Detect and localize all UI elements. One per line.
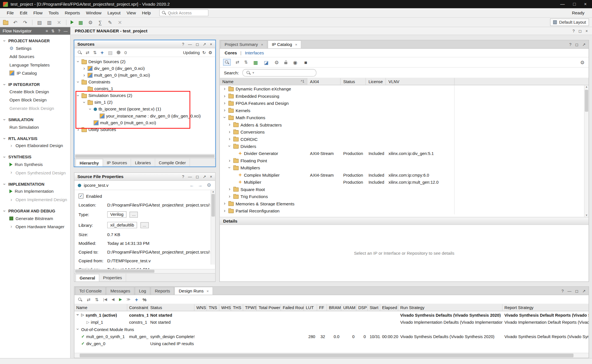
column-name[interactable]: Name <box>74 304 127 311</box>
ip-row[interactable]: Memories & Storage Elements <box>220 200 588 207</box>
sources-panel-header[interactable]: Sources ? — ◻ ↗ × <box>74 40 215 48</box>
forward-icon[interactable]: → <box>198 183 202 188</box>
tree-node-mult-gen-0-sim[interactable]: mult_gen_0 (mult_gen_0.xci) <box>74 119 215 126</box>
hide-icon[interactable]: — <box>64 29 68 33</box>
sidebar-item-run-implementation[interactable]: Run Implementation <box>0 187 70 195</box>
chevron-right-icon[interactable] <box>76 127 80 132</box>
chevron-right-icon[interactable] <box>228 187 231 192</box>
sidebar-item-run-synthesis[interactable]: Run Synthesis <box>0 160 70 168</box>
column-status[interactable]: Status <box>148 304 194 311</box>
properties-panel-header[interactable]: Source File Properties ? — ◻ ↗ × <box>74 173 215 181</box>
type-field[interactable]: Verilog <box>107 211 127 218</box>
chevron-right-icon[interactable] <box>223 94 226 98</box>
chevron-down-icon[interactable] <box>76 93 80 98</box>
column-status[interactable]: Status <box>341 78 366 85</box>
open-file-icon[interactable]: ▤ <box>107 50 113 55</box>
ip-row[interactable]: Dynamic Function eXchange <box>220 85 588 92</box>
column-tns[interactable]: TNS <box>207 304 219 311</box>
column-name[interactable]: Name ^1 <box>220 78 307 85</box>
column-tpws[interactable]: TPWS <box>243 304 257 311</box>
menu-flow[interactable]: Flow <box>30 9 46 16</box>
ip-row[interactable]: Conversions <box>220 128 588 135</box>
library-field[interactable]: xil_defaultlib <box>107 222 137 228</box>
expand-all-icon[interactable]: ⇅ <box>244 60 248 65</box>
chevron-right-icon[interactable] <box>228 194 231 199</box>
fast-forward-icon[interactable]: ≫ <box>127 297 131 301</box>
vertical-scrollbar[interactable]: ▲ <box>211 190 215 265</box>
sidebar-item-generate-block-design[interactable]: Generate Block Design <box>0 104 70 112</box>
run-row-mult-gen-0-synth-1[interactable]: ✓mult_gen_0_synth_1 mult_gen_0 synth_des… <box>74 333 589 340</box>
sidebar-item-language-templates[interactable]: Language Templates <box>0 61 70 69</box>
search-input[interactable]: ▾ <box>242 69 316 76</box>
sidebar-item-run-simulation[interactable]: Run Simulation <box>0 123 70 131</box>
tree-node-utility-sources[interactable]: Utility Sources <box>74 126 215 133</box>
sidebar-item-open-elaborated-design[interactable]: Open Elaborated Design <box>0 141 70 150</box>
ip-row-divider-generator[interactable]: Divider Generator AXI4-Stream Production… <box>220 150 588 157</box>
chevron-right-icon[interactable] <box>82 73 86 77</box>
tree-node-your-instance-name[interactable]: your_instance_name : div_gen_0 (div_gen_… <box>74 112 215 119</box>
layout-select[interactable]: Default Layout <box>550 19 589 26</box>
close-tab-icon[interactable]: × <box>261 43 263 47</box>
gear-icon[interactable]: ⚙ <box>208 50 212 55</box>
undo-icon[interactable]: ↶ <box>12 20 18 25</box>
ip-row[interactable]: Embedded Processing <box>220 92 588 99</box>
close-icon[interactable]: × <box>210 42 212 46</box>
section-header[interactable]: SYNTHESIS <box>0 154 70 160</box>
search-icon[interactable] <box>78 297 82 302</box>
step-back-icon[interactable]: ◀ <box>112 297 114 301</box>
ip-row[interactable]: Floating Point <box>220 157 588 164</box>
chevron-down-icon[interactable] <box>82 100 86 105</box>
sidebar-item-settings[interactable]: ⚙ Settings <box>0 44 70 52</box>
ip-row[interactable]: Multipliers <box>220 164 588 171</box>
expand-all-icon[interactable]: ⇅ <box>95 297 99 302</box>
create-run-icon[interactable]: + <box>135 297 138 302</box>
chevron-down-icon[interactable] <box>228 165 231 170</box>
float-icon[interactable]: ↗ <box>203 174 206 179</box>
column-total-power[interactable]: Total Power <box>257 304 281 311</box>
column-wns[interactable]: WNS <box>195 304 207 311</box>
maximize-icon[interactable]: ◻ <box>575 42 578 46</box>
expand-collapse-icon[interactable]: ⇅ <box>51 29 55 33</box>
sidebar-item-generate-bitstream[interactable]: Generate Bitstream <box>0 214 70 222</box>
help-icon[interactable]: ? <box>182 174 184 179</box>
chevron-right-icon[interactable] <box>223 86 226 91</box>
maximize-button[interactable]: □ <box>573 1 576 7</box>
ip-row[interactable]: Math Functions <box>220 114 588 121</box>
column-run-strategy[interactable]: Run Strategy <box>398 304 503 311</box>
scrollbar-thumb[interactable] <box>80 354 574 357</box>
tab-log[interactable]: Log <box>135 287 150 295</box>
copy-icon[interactable]: ▤ <box>37 20 42 25</box>
add-sources-icon[interactable]: + <box>101 50 104 55</box>
scrollbar-thumb[interactable] <box>75 155 215 158</box>
close-button[interactable]: × <box>584 1 587 7</box>
collapse-all-icon[interactable]: ⇄ <box>86 50 89 55</box>
tab-properties[interactable]: Properties <box>99 274 126 281</box>
column-elapsed[interactable]: Elapsed <box>380 304 398 311</box>
search-toggle[interactable] <box>223 59 231 66</box>
sidebar-item-ip-catalog[interactable]: IP Catalog <box>0 69 70 77</box>
type-browse-button[interactable]: … <box>130 212 138 217</box>
stop-icon[interactable]: ■ <box>303 60 308 65</box>
run-row-synth-1[interactable]: ▷synth_1 (active) constrs_1 Not started … <box>74 311 589 318</box>
gear-icon[interactable]: ⚙ <box>206 183 212 188</box>
percent-icon[interactable]: % <box>143 297 147 302</box>
chevron-down-icon[interactable] <box>76 327 79 332</box>
chevron-down-icon[interactable] <box>76 59 80 64</box>
horizontal-scrollbar[interactable] <box>74 353 589 358</box>
cancel-icon[interactable]: ✕ <box>117 20 123 25</box>
menu-window[interactable]: Window <box>83 9 104 16</box>
maximize-icon[interactable]: ◻ <box>196 174 199 179</box>
ip-row[interactable]: CORDIC <box>220 136 588 143</box>
gear-icon[interactable]: ⚙ <box>580 60 585 65</box>
minimize-icon[interactable]: — <box>567 288 571 293</box>
ip-row[interactable]: Square Root <box>220 186 588 193</box>
chevron-right-icon[interactable] <box>223 101 226 106</box>
menu-edit[interactable]: Edit <box>17 9 30 16</box>
horizontal-scrollbar[interactable] <box>74 154 215 158</box>
maximize-icon[interactable]: ◻ <box>575 288 578 293</box>
run-row-div-gen-0[interactable]: ✓div_gen_0 Using cached IP results <box>74 340 589 347</box>
tree-node-design-sources[interactable]: Design Sources (2) <box>74 58 215 65</box>
chevron-right-icon[interactable] <box>223 201 226 206</box>
maximize-panel-icon[interactable]: ◻ <box>578 29 582 33</box>
report-icon[interactable]: ∑ <box>98 20 103 25</box>
